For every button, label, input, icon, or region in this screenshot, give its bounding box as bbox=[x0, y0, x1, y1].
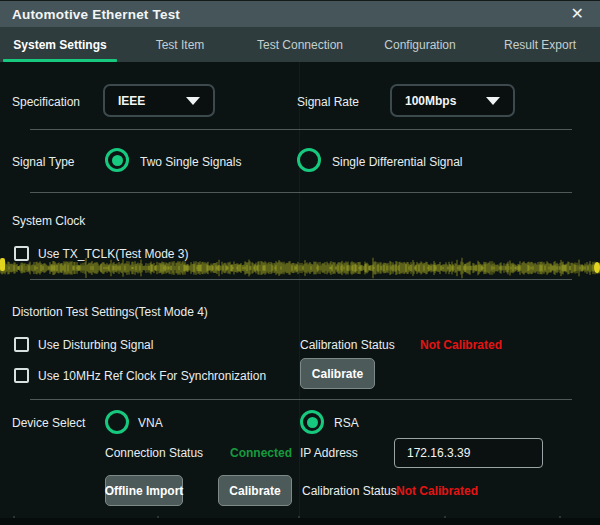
radio-two-single-signals[interactable] bbox=[105, 148, 129, 172]
tab-configuration[interactable]: Configuration bbox=[360, 27, 480, 62]
graticule-tick bbox=[157, 516, 159, 518]
connection-status-value: Connected bbox=[230, 446, 292, 460]
device-calibrate-button[interactable]: Calibrate bbox=[218, 475, 292, 506]
system-clock-title: System Clock bbox=[12, 214, 85, 228]
radio-rsa[interactable] bbox=[300, 410, 324, 434]
checkbox-use-disturbing-signal-label: Use Disturbing Signal bbox=[38, 338, 153, 352]
signal-type-label: Signal Type bbox=[12, 155, 75, 169]
checkbox-use-10mhz-ref-clock[interactable] bbox=[14, 368, 29, 383]
tab-test-item[interactable]: Test Item bbox=[120, 27, 240, 62]
radio-rsa-label: RSA bbox=[334, 416, 359, 430]
ip-address-label: IP Address bbox=[300, 446, 358, 460]
graticule-tick bbox=[298, 516, 300, 518]
calibration-status-value: Not Calibrated bbox=[420, 338, 502, 352]
device-calibration-status-label: Calibration Status bbox=[302, 484, 397, 498]
distortion-calibrate-button[interactable]: Calibrate bbox=[300, 358, 375, 389]
device-select-label: Device Select bbox=[12, 416, 85, 430]
section-divider bbox=[30, 279, 572, 280]
radio-vna[interactable] bbox=[105, 410, 129, 434]
waveform-right-marker bbox=[594, 262, 600, 273]
radio-single-differential-signal[interactable] bbox=[297, 148, 321, 172]
connection-status-label: Connection Status bbox=[105, 446, 203, 460]
section-divider bbox=[30, 192, 572, 193]
checkbox-use-10mhz-ref-clock-label: Use 10MHz Ref Clock For Synchronization bbox=[38, 369, 266, 383]
screen-background-strip bbox=[0, 518, 600, 525]
signal-rate-dropdown[interactable]: 100Mbps bbox=[390, 84, 515, 117]
radio-two-single-signals-label: Two Single Signals bbox=[140, 155, 241, 169]
tab-system-settings[interactable]: System Settings bbox=[0, 27, 120, 62]
radio-dot bbox=[112, 155, 123, 166]
signal-rate-label: Signal Rate bbox=[297, 95, 359, 109]
checkbox-use-disturbing-signal[interactable] bbox=[14, 337, 29, 352]
title-bar: Automotive Ethernet Test ✕ bbox=[0, 0, 600, 27]
tab-result-export[interactable]: Result Export bbox=[480, 27, 600, 62]
specification-dropdown[interactable]: IEEE bbox=[103, 84, 215, 117]
waveform-left-marker bbox=[0, 258, 5, 271]
specification-label: Specification bbox=[12, 95, 80, 109]
tab-bar: System Settings Test Item Test Connectio… bbox=[0, 27, 600, 62]
signal-rate-value: 100Mbps bbox=[405, 94, 456, 108]
section-divider bbox=[30, 399, 572, 400]
calibration-status-label: Calibration Status bbox=[300, 338, 395, 352]
chevron-down-icon bbox=[486, 97, 500, 105]
radio-single-differential-signal-label: Single Differential Signal bbox=[332, 155, 463, 169]
radio-dot bbox=[307, 417, 318, 428]
section-divider bbox=[30, 129, 572, 130]
device-calibration-status-value: Not Calibrated bbox=[396, 484, 478, 498]
chevron-down-icon bbox=[186, 97, 200, 105]
ip-address-value: 172.16.3.39 bbox=[407, 446, 470, 460]
distortion-settings-title: Distortion Test Settings(Test Mode 4) bbox=[12, 305, 208, 319]
tab-test-connection[interactable]: Test Connection bbox=[240, 27, 360, 62]
dialog-title: Automotive Ethernet Test bbox=[12, 7, 180, 22]
ip-address-input[interactable]: 172.16.3.39 bbox=[394, 438, 543, 468]
radio-vna-label: VNA bbox=[138, 416, 163, 430]
close-icon[interactable]: ✕ bbox=[567, 4, 588, 24]
specification-value: IEEE bbox=[118, 94, 145, 108]
offline-import-button[interactable]: Offline Import bbox=[105, 475, 183, 506]
automotive-ethernet-test-dialog: Automotive Ethernet Test ✕ System Settin… bbox=[0, 0, 600, 518]
graticule-tick bbox=[559, 516, 561, 518]
graticule-tick bbox=[444, 516, 446, 518]
dialog-content: Specification IEEE Signal Rate 100Mbps S… bbox=[0, 62, 600, 518]
waveform-trace bbox=[0, 256, 600, 280]
graticule-tick bbox=[13, 516, 15, 518]
